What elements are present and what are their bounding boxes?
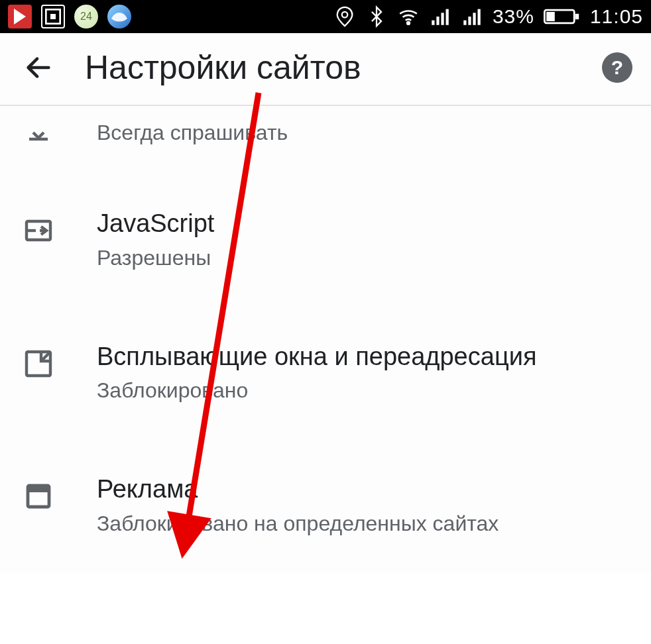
settings-row-subtitle: Всегда спрашивать	[97, 119, 632, 147]
settings-row-truncated[interactable]: Всегда спрашивать	[0, 106, 651, 174]
wifi-icon	[397, 5, 420, 28]
svg-rect-13	[575, 14, 579, 19]
app-header: Настройки сайтов ?	[0, 33, 651, 106]
svg-rect-9	[468, 17, 471, 25]
svg-rect-7	[445, 9, 448, 25]
settings-row-subtitle: Заблокировано на определенных сайтах	[97, 510, 632, 538]
settings-row-title: JavaScript	[97, 208, 632, 240]
settings-row-title: Реклама	[97, 474, 632, 506]
svg-rect-5	[436, 17, 439, 25]
settings-row-subtitle: Заблокировано	[97, 376, 632, 405]
svg-rect-8	[463, 21, 466, 25]
popup-icon	[19, 344, 58, 384]
signal-2-icon	[461, 5, 483, 28]
settings-list: Всегда спрашивать JavaScript Разрешены В…	[0, 106, 651, 572]
javascript-icon	[19, 211, 58, 250]
battery-icon	[544, 5, 581, 28]
notification-app-icon-2	[41, 5, 65, 28]
help-icon: ?	[611, 56, 623, 79]
svg-rect-6	[441, 13, 444, 25]
download-icon	[19, 113, 58, 152]
arrow-back-icon	[23, 52, 54, 83]
battery-percent: 33%	[493, 5, 534, 28]
notification-app-icon-4	[107, 5, 131, 28]
settings-row-popups[interactable]: Всплывающие окна и переадресация Заблоки…	[0, 307, 651, 440]
settings-row-javascript[interactable]: JavaScript Разрешены	[0, 174, 651, 307]
svg-rect-1	[50, 14, 56, 19]
settings-row-title: Всплывающие окна и переадресация	[97, 341, 632, 373]
svg-point-3	[407, 22, 410, 25]
clock: 11:05	[590, 5, 643, 28]
settings-row-ads[interactable]: Реклама Заблокировано на определенных са…	[0, 439, 651, 572]
svg-rect-18	[28, 486, 49, 492]
bluetooth-icon	[365, 5, 388, 28]
back-button[interactable]	[19, 48, 58, 87]
signal-1-icon	[429, 5, 451, 28]
svg-point-2	[342, 12, 348, 17]
status-bar: 24 33% 11:05	[0, 0, 651, 33]
svg-rect-10	[473, 13, 475, 25]
ads-icon	[19, 476, 58, 516]
svg-rect-14	[546, 12, 555, 21]
notification-app-icon-1	[8, 5, 32, 28]
svg-rect-11	[477, 9, 480, 25]
status-system-icons: 33% 11:05	[333, 5, 643, 28]
help-button[interactable]: ?	[602, 52, 632, 83]
location-icon	[333, 5, 356, 28]
status-notification-icons: 24	[8, 5, 131, 28]
settings-row-subtitle: Разрешены	[97, 244, 632, 272]
svg-rect-4	[432, 21, 434, 25]
notification-app-icon-3: 24	[74, 5, 98, 28]
page-title: Настройки сайтов	[85, 48, 602, 87]
